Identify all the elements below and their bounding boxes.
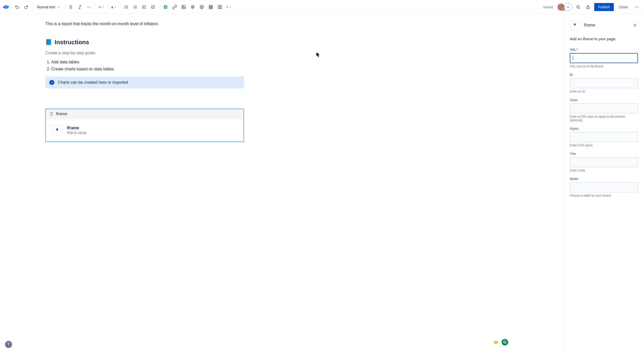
bold-button[interactable] — [67, 3, 75, 11]
info-panel: i Charts can be created here or imported — [45, 76, 244, 89]
class-label: Class — [570, 98, 638, 102]
width-field-group: Width Choose a width for your iframe — [570, 177, 638, 197]
link-button[interactable] — [171, 3, 179, 11]
svg-rect-39 — [220, 6, 221, 9]
editor-content[interactable]: This is a report that tracks the month-o… — [0, 14, 564, 353]
action-item-button[interactable] — [162, 3, 170, 11]
text-color-button[interactable] — [110, 3, 118, 11]
svg-point-28 — [183, 6, 183, 7]
svg-rect-27 — [182, 5, 185, 9]
iframe-macro-header: Iframe — [46, 109, 244, 119]
styles-label: Styles — [570, 127, 638, 130]
indent-button[interactable] — [149, 3, 157, 11]
intro-paragraph: This is a report that tracks the month-o… — [45, 22, 247, 26]
list-item: Create charts based on data tables — [51, 67, 247, 71]
width-help: Choose a width for your iframe — [570, 194, 638, 197]
avatar-group: 0 — [557, 3, 572, 11]
panel-title: Iframe — [584, 23, 595, 27]
confluence-logo-icon — [3, 4, 9, 10]
plugin-icon — [54, 127, 60, 133]
id-label: ID — [570, 73, 638, 77]
mention-button[interactable] — [189, 3, 197, 11]
svg-point-2 — [90, 7, 91, 7]
info-panel-text: Charts can be created here or imported — [58, 80, 128, 85]
url-label: URL* — [570, 48, 638, 52]
styles-input[interactable] — [570, 132, 638, 142]
search-button[interactable] — [574, 3, 582, 11]
chevron-down-icon — [57, 6, 60, 9]
svg-point-10 — [124, 8, 125, 8]
emoji-button[interactable] — [198, 3, 206, 11]
width-input[interactable] — [570, 182, 638, 192]
styles-help: Enter CSS styles — [570, 144, 638, 147]
id-input[interactable] — [570, 78, 638, 88]
svg-text:3: 3 — [133, 8, 134, 9]
restrictions-button[interactable] — [584, 3, 592, 11]
class-input[interactable] — [570, 103, 638, 113]
svg-rect-33 — [209, 5, 212, 9]
handshake-emoji-icon[interactable]: 🤝 — [493, 339, 499, 345]
numbered-list-button[interactable]: 123 — [131, 3, 139, 11]
toolbar-left: Normal text 123 — [3, 3, 542, 11]
svg-point-1 — [89, 7, 89, 7]
toolbar-separator — [95, 4, 95, 10]
layouts-button[interactable] — [216, 3, 224, 11]
svg-point-49 — [638, 7, 639, 7]
svg-point-9 — [124, 7, 125, 7]
user-avatar[interactable]: 0 — [557, 3, 565, 11]
toolbar-right: Saved 0 Publish Close — [543, 3, 641, 11]
iframe-macro[interactable]: Iframe Iframe Edit to setup — [45, 109, 244, 142]
svg-point-48 — [637, 7, 637, 7]
bullet-list-button[interactable] — [122, 3, 130, 11]
svg-rect-46 — [587, 7, 589, 9]
class-field-group: Class Enter a CSS class to apply to the … — [570, 98, 638, 122]
styles-field-group: Styles Enter CSS styles — [570, 127, 638, 147]
page-icon — [49, 112, 53, 116]
grammarly-icon[interactable]: G — [502, 339, 508, 345]
more-actions-button[interactable] — [633, 3, 641, 11]
svg-rect-38 — [218, 6, 220, 9]
more-formatting-button[interactable] — [85, 3, 93, 11]
title-label: Title — [570, 152, 638, 156]
avatar-badge: 0 — [561, 8, 565, 11]
list-item: Add data tables — [51, 60, 247, 64]
panel-close-button[interactable] — [632, 22, 638, 28]
text-style-select[interactable]: Normal text — [34, 3, 63, 11]
saved-status: Saved — [543, 5, 553, 9]
outdent-button[interactable] — [140, 3, 148, 11]
toolbar-separator — [120, 4, 120, 10]
panel-header: Iframe — [570, 20, 638, 30]
book-emoji-icon: 📘 — [45, 39, 52, 46]
image-button[interactable] — [180, 3, 188, 11]
iframe-placeholder-subtitle: Edit to setup — [67, 131, 87, 135]
redo-button[interactable] — [22, 3, 30, 11]
class-help: Enter a CSS class to apply to the conten… — [570, 115, 638, 122]
italic-button[interactable] — [76, 3, 84, 11]
toolbar-separator — [107, 4, 108, 10]
instructions-heading: 📘 Instructions — [45, 39, 247, 46]
url-input[interactable] — [570, 53, 638, 63]
toolbar-separator — [159, 4, 159, 10]
iframe-placeholder-title: Iframe — [67, 126, 87, 130]
insert-button[interactable] — [225, 3, 233, 11]
floating-icons: 🤝 G — [493, 339, 508, 345]
svg-line-45 — [579, 8, 580, 9]
plugin-icon — [572, 23, 577, 28]
publish-button[interactable]: Publish — [594, 3, 614, 11]
title-input[interactable] — [570, 157, 638, 167]
svg-rect-7 — [111, 8, 113, 8]
help-button[interactable]: ? — [5, 341, 12, 348]
svg-point-47 — [635, 7, 636, 7]
title-help: Enter a title — [570, 169, 638, 172]
url-help: URL source of the iframe — [570, 65, 638, 68]
content-inner: This is a report that tracks the month-o… — [45, 22, 247, 142]
table-button[interactable] — [207, 3, 215, 11]
undo-button[interactable] — [13, 3, 21, 11]
instructions-subtitle: Create a step-by-step guide: — [45, 51, 247, 55]
close-button[interactable]: Close — [616, 3, 631, 11]
steps-list: Add data tables Create charts based on d… — [45, 60, 247, 71]
add-collaborator-button[interactable] — [564, 3, 572, 11]
svg-point-8 — [124, 6, 125, 6]
alignment-button[interactable] — [97, 3, 105, 11]
close-icon — [633, 23, 637, 27]
